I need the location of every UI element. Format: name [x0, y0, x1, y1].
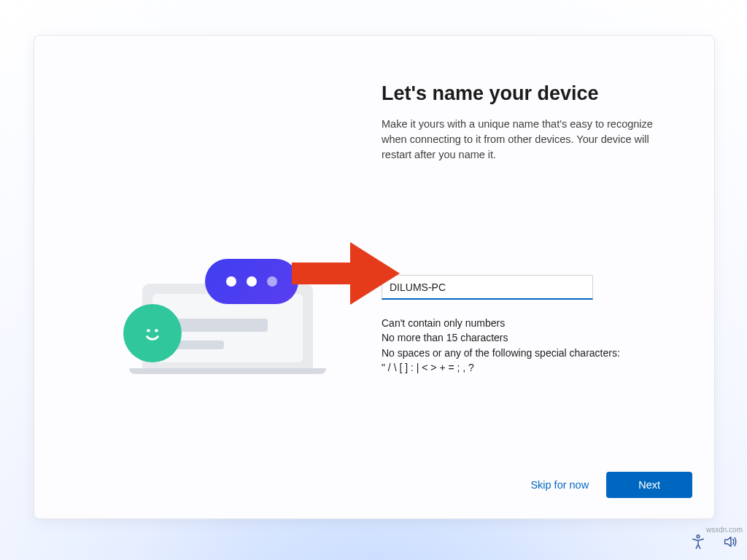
right-pane: Let's name your device Make it yours wit…: [370, 36, 714, 518]
dot-icon: [267, 276, 277, 287]
svg-point-0: [147, 329, 150, 332]
rule-line: Can't contain only numbers: [382, 316, 673, 330]
dot-icon: [247, 276, 257, 287]
accessibility-icon[interactable]: [690, 534, 706, 553]
left-pane: [34, 36, 370, 518]
device-name-field-wrap: [382, 275, 593, 300]
svg-point-3: [697, 535, 700, 538]
device-name-input[interactable]: [382, 275, 593, 300]
system-tray: [690, 534, 738, 553]
page-title: Let's name your device: [382, 82, 676, 105]
smiley-face-icon: [123, 304, 182, 362]
page-subtitle: Make it yours with a unique name that's …: [382, 117, 659, 163]
dot-icon: [226, 276, 236, 287]
rule-line: No spaces or any of the following specia…: [382, 346, 673, 360]
device-illustration: [112, 252, 352, 383]
naming-rules: Can't contain only numbers No more than …: [382, 316, 673, 375]
action-bar: Skip for now Next: [530, 472, 692, 498]
chat-bubble-icon: [205, 259, 298, 304]
watermark-text: wsxdn.com: [706, 526, 743, 534]
setup-window: Let's name your device Make it yours wit…: [34, 35, 715, 519]
svg-point-1: [155, 329, 158, 332]
skip-button[interactable]: Skip for now: [530, 479, 589, 491]
laptop-base-shape: [129, 368, 326, 374]
rule-line: " / \ [ ] : | < > + = ; , ?: [382, 360, 673, 375]
rule-line: No more than 15 characters: [382, 330, 673, 345]
next-button[interactable]: Next: [606, 472, 692, 498]
volume-icon[interactable]: [722, 534, 738, 553]
